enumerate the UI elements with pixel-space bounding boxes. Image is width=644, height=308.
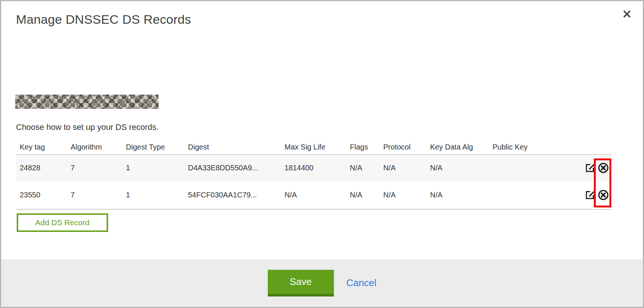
- column-header-protocol: Protocol: [383, 143, 430, 151]
- column-header-digest-type: Digest Type: [126, 143, 188, 151]
- cell-algorithm: 7: [71, 191, 126, 199]
- cell-flags: N/A: [350, 191, 383, 199]
- row-actions: [579, 189, 611, 201]
- delete-record-icon[interactable]: [598, 162, 609, 174]
- column-header-digest: Digest: [188, 143, 284, 151]
- cancel-link[interactable]: Cancel: [347, 277, 377, 289]
- table-row: 23550 7 1 54FCF030AA1C79... N/A N/A N/A …: [16, 181, 611, 209]
- modal-footer: Save Cancel: [1, 259, 643, 307]
- cell-key-data-alg: N/A: [430, 191, 492, 199]
- redacted-domain-name: [15, 95, 159, 109]
- column-header-max-sig-life: Max Sig Life: [284, 143, 350, 151]
- cell-algorithm: 7: [71, 164, 126, 172]
- page-title: Manage DNSSEC DS Records: [16, 12, 191, 27]
- cell-key-data-alg: N/A: [430, 164, 492, 172]
- cell-key-tag: 24828: [20, 164, 71, 172]
- ds-records-table: Key tag Algorithm Digest Type Digest Max…: [16, 140, 611, 210]
- cell-flags: N/A: [350, 164, 383, 172]
- cell-max-sig-life: N/A: [284, 191, 350, 199]
- cell-digest-type: 1: [126, 191, 188, 199]
- close-icon[interactable]: ✕: [622, 9, 632, 20]
- save-button[interactable]: Save: [268, 270, 334, 296]
- column-header-key-tag: Key tag: [20, 143, 71, 151]
- edit-record-icon[interactable]: [585, 163, 595, 173]
- cell-protocol: N/A: [383, 191, 430, 199]
- column-header-public-key: Public Key: [492, 143, 579, 151]
- table-row: 24828 7 1 D4A33E8DD550A9... 1814400 N/A …: [16, 155, 611, 181]
- row-actions: [579, 162, 611, 174]
- column-header-key-data-alg: Key Data Alg: [430, 143, 492, 151]
- cell-protocol: N/A: [383, 164, 430, 172]
- cell-digest-type: 1: [126, 164, 188, 172]
- instruction-text: Choose how to set up your DS records.: [16, 122, 159, 132]
- cell-digest: 54FCF030AA1C79...: [188, 191, 284, 199]
- table-body: 24828 7 1 D4A33E8DD550A9... 1814400 N/A …: [16, 155, 611, 210]
- cell-key-tag: 23550: [20, 191, 71, 199]
- cell-max-sig-life: 1814400: [284, 164, 350, 172]
- column-header-algorithm: Algorithm: [71, 143, 126, 151]
- delete-record-icon[interactable]: [598, 189, 609, 201]
- dnssec-ds-records-modal: Manage DNSSEC DS Records ✕ Choose how to…: [0, 0, 644, 308]
- table-header-row: Key tag Algorithm Digest Type Digest Max…: [16, 140, 611, 155]
- cell-digest: D4A33E8DD550A9...: [188, 164, 284, 172]
- column-header-flags: Flags: [350, 143, 383, 151]
- edit-record-icon[interactable]: [585, 190, 595, 200]
- add-ds-record-button[interactable]: Add DS Record: [17, 213, 108, 232]
